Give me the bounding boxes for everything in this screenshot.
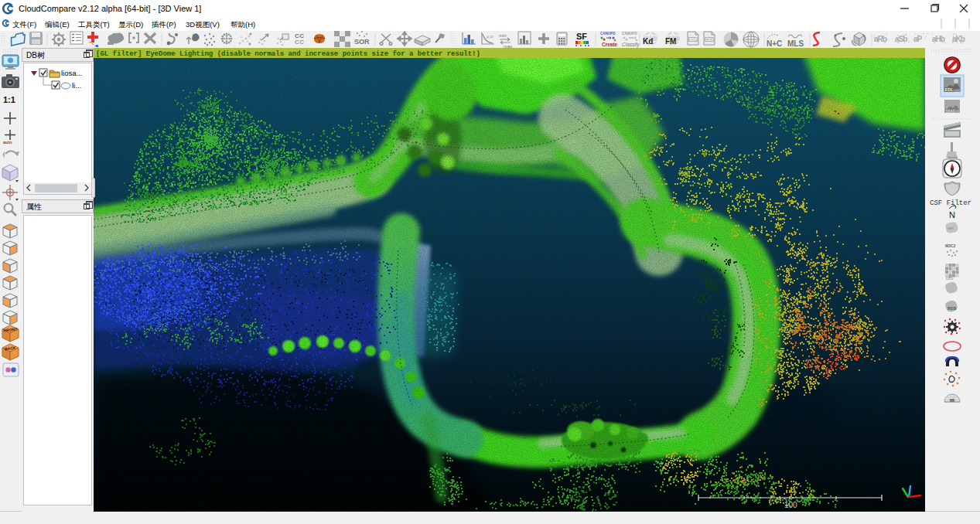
svg-text:CC: CC	[295, 39, 305, 46]
svg-text:1:1: 1:1	[3, 95, 15, 104]
svg-text:min: min	[499, 33, 507, 38]
svg-text:CloudCompare v2.12 alpha [64-b: CloudCompare v2.12 alpha [64-bit] - [3D …	[19, 4, 201, 13]
svg-text:RGB: RGB	[948, 306, 957, 311]
svg-text:CANUPO: CANUPO	[622, 32, 637, 36]
svg-text:EDL: EDL	[945, 87, 954, 92]
svg-text:CANUPO: CANUPO	[600, 32, 616, 36]
svg-text:[GL filter] EyeDome Lighting (: [GL filter] EyeDome Lighting (disable no…	[96, 50, 480, 58]
svg-text:100: 100	[784, 501, 797, 509]
svg-text:HBK: HBK	[948, 226, 954, 230]
svg-text:liosa...: liosa...	[61, 69, 82, 77]
svg-text:aSb: aSb	[895, 35, 907, 43]
svg-text:DBS: DBS	[946, 277, 953, 281]
svg-text:μ,σ: μ,σ	[487, 34, 493, 39]
svg-text:Kd: Kd	[643, 37, 653, 46]
svg-text:Classify: Classify	[622, 42, 640, 48]
svg-text:SOR: SOR	[354, 38, 370, 46]
svg-text:N: N	[949, 210, 955, 219]
svg-text:Create: Create	[602, 42, 618, 47]
svg-text:li...: li...	[72, 81, 81, 90]
svg-text:FM: FM	[665, 37, 676, 46]
svg-text:auto: auto	[3, 140, 12, 145]
svg-text:CSF Filter: CSF Filter	[930, 199, 971, 207]
svg-text:M3C2: M3C2	[945, 243, 956, 248]
svg-text:MLS: MLS	[787, 39, 804, 48]
svg-text:N+C: N+C	[767, 39, 782, 48]
svg-text:aHb: aHb	[932, 35, 945, 43]
svg-text:CSV: CSV	[705, 37, 714, 42]
svg-text:SF: SF	[576, 32, 587, 41]
svg-text:SSAO: SSAO	[946, 110, 956, 114]
svg-text:BSP: BSP	[689, 37, 698, 42]
